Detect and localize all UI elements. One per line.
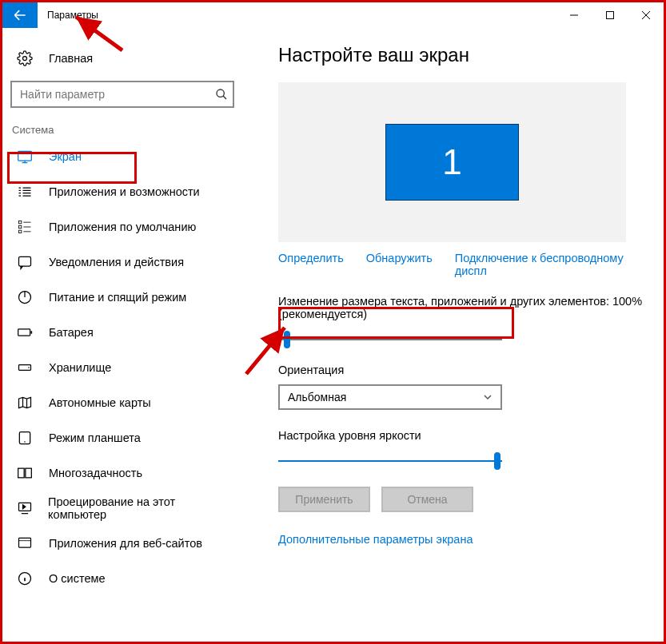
tablet-icon xyxy=(15,430,34,446)
web-apps-icon xyxy=(15,535,34,551)
cancel-button[interactable]: Отмена xyxy=(381,487,473,512)
sidebar-item-maps[interactable]: Автономные карты xyxy=(2,385,242,420)
page-heading: Настройте ваш экран xyxy=(278,44,657,66)
svg-rect-9 xyxy=(31,331,33,333)
monitor-1[interactable]: 1 xyxy=(385,124,519,201)
window-title: Параметры xyxy=(47,10,98,21)
sidebar-item-label: Питание и спящий режим xyxy=(49,291,186,304)
sidebar-item-display[interactable]: Экран xyxy=(2,139,242,174)
sidebar: Главная Система Экран Приложения и возмо… xyxy=(2,28,242,642)
sidebar-item-storage[interactable]: Хранилище xyxy=(2,350,242,385)
main-panel: Настройте ваш экран 1 Определить Обнаруж… xyxy=(242,28,664,642)
scale-label: Изменение размера текста, приложений и д… xyxy=(278,295,657,320)
scale-slider[interactable] xyxy=(278,328,502,351)
orientation-label: Ориентация xyxy=(278,364,657,376)
battery-icon xyxy=(15,324,34,340)
info-icon xyxy=(15,570,34,586)
multitasking-icon xyxy=(15,465,34,481)
sidebar-item-projecting[interactable]: Проецирование на этот компьютер xyxy=(2,491,242,526)
svg-rect-0 xyxy=(606,12,613,19)
chevron-down-icon xyxy=(483,392,493,402)
svg-rect-8 xyxy=(18,329,30,336)
sidebar-item-notifications[interactable]: Уведомления и действия xyxy=(2,244,242,280)
sidebar-item-label: Приложения по умолчанию xyxy=(49,221,196,233)
sidebar-item-label: О системе xyxy=(49,572,105,585)
apply-button[interactable]: Применить xyxy=(278,487,370,512)
sidebar-item-apps[interactable]: Приложения и возможности xyxy=(2,174,242,209)
svg-point-1 xyxy=(217,89,224,97)
display-preview: 1 xyxy=(278,82,626,242)
arrow-left-icon xyxy=(12,7,28,23)
sidebar-item-about[interactable]: О системе xyxy=(2,561,242,596)
gear-icon xyxy=(15,50,34,66)
sidebar-item-tablet[interactable]: Режим планшета xyxy=(2,420,242,455)
sidebar-item-web-apps[interactable]: Приложения для веб-сайтов xyxy=(2,526,242,561)
sidebar-item-multitasking[interactable]: Многозадачность xyxy=(2,455,242,491)
sidebar-item-label: Приложения и возможности xyxy=(49,185,200,198)
sidebar-item-label: Автономные карты xyxy=(49,396,151,409)
search-icon xyxy=(215,88,228,101)
sidebar-item-label: Хранилище xyxy=(49,361,111,374)
sidebar-item-power[interactable]: Питание и спящий режим xyxy=(2,280,242,315)
svg-rect-4 xyxy=(19,225,22,228)
svg-rect-17 xyxy=(19,538,31,547)
sidebar-group-label: Система xyxy=(2,119,242,139)
button-row: Применить Отмена xyxy=(278,487,657,512)
identify-link[interactable]: Обнаружить xyxy=(366,252,433,277)
display-links: Определить Обнаружить Подключение к бесп… xyxy=(278,252,657,277)
svg-rect-3 xyxy=(19,221,22,224)
svg-rect-14 xyxy=(18,468,25,478)
svg-rect-6 xyxy=(19,256,31,266)
sidebar-item-label: Режим планшета xyxy=(49,431,141,444)
apps-icon xyxy=(15,184,34,200)
svg-rect-5 xyxy=(19,230,22,233)
sidebar-home-label: Главная xyxy=(49,52,93,65)
storage-icon xyxy=(15,360,34,376)
power-icon xyxy=(15,289,34,305)
sidebar-item-label: Приложения для веб-сайтов xyxy=(49,537,202,550)
advanced-display-link[interactable]: Дополнительные параметры экрана xyxy=(278,533,657,546)
sidebar-item-label: Многозадачность xyxy=(49,467,142,479)
display-icon xyxy=(15,149,34,165)
brightness-label: Настройка уровня яркости xyxy=(278,429,657,442)
search-wrap xyxy=(10,81,234,108)
window-controls xyxy=(556,2,664,28)
sidebar-item-label: Проецирование на этот компьютер xyxy=(48,495,229,521)
svg-rect-15 xyxy=(26,468,32,478)
map-icon xyxy=(15,395,34,411)
back-button[interactable] xyxy=(2,2,38,28)
maximize-button[interactable] xyxy=(592,2,628,28)
detect-link[interactable]: Определить xyxy=(278,252,344,277)
projecting-icon xyxy=(15,500,34,516)
sidebar-item-default-apps[interactable]: Приложения по умолчанию xyxy=(2,209,242,244)
svg-point-13 xyxy=(24,441,26,443)
brightness-slider[interactable] xyxy=(278,450,502,472)
orientation-select[interactable]: Альбомная xyxy=(278,384,502,410)
search-input[interactable] xyxy=(10,81,234,108)
close-button[interactable] xyxy=(628,2,664,28)
default-apps-icon xyxy=(15,219,34,235)
sidebar-home[interactable]: Главная xyxy=(2,41,242,76)
notifications-icon xyxy=(15,254,34,270)
sidebar-item-battery[interactable]: Батарея xyxy=(2,315,242,350)
svg-point-11 xyxy=(28,367,30,368)
orientation-value: Альбомная xyxy=(288,391,346,403)
sidebar-item-label: Батарея xyxy=(49,326,94,339)
svg-rect-2 xyxy=(18,151,32,161)
wireless-link[interactable]: Подключение к беспроводному диспл xyxy=(455,252,657,277)
titlebar: Параметры xyxy=(2,2,664,28)
sidebar-item-label: Экран xyxy=(49,150,82,163)
sidebar-item-label: Уведомления и действия xyxy=(49,256,184,268)
minimize-button[interactable] xyxy=(556,2,592,28)
